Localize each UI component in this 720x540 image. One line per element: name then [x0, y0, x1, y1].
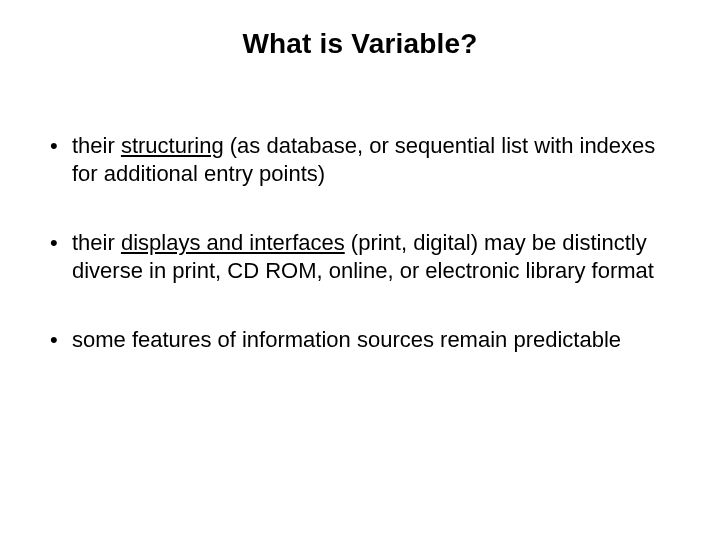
bullet-item: their displays and interfaces (print, di… [48, 229, 672, 284]
bullet-list: their structuring (as database, or seque… [48, 132, 672, 354]
bullet-suffix: some features of information sources rem… [72, 327, 621, 352]
slide-container: What is Variable? their structuring (as … [0, 0, 720, 354]
bullet-prefix: their [72, 133, 121, 158]
bullet-underlined: displays and interfaces [121, 230, 345, 255]
bullet-underlined: structuring [121, 133, 224, 158]
slide-title: What is Variable? [48, 28, 672, 60]
bullet-prefix: their [72, 230, 121, 255]
bullet-item: some features of information sources rem… [48, 326, 672, 354]
bullet-item: their structuring (as database, or seque… [48, 132, 672, 187]
